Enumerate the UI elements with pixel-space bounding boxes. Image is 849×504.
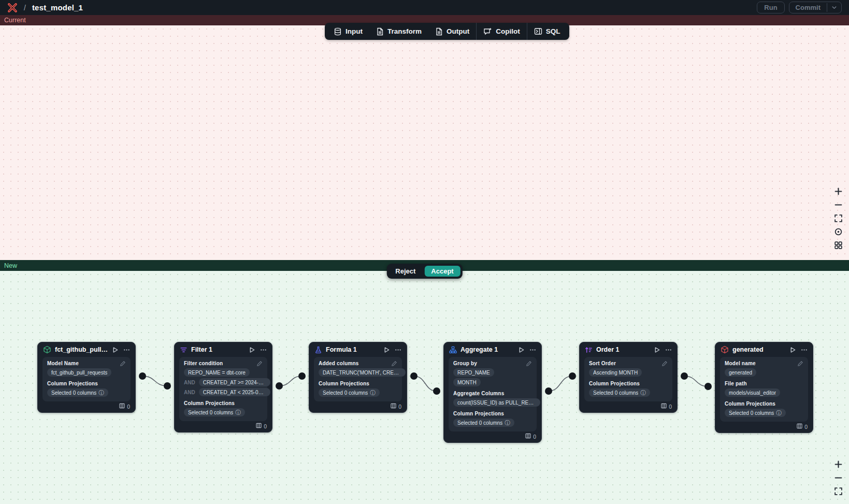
node-title: Order 1: [596, 346, 650, 353]
accept-button[interactable]: Accept: [424, 266, 460, 277]
column-projections-pill[interactable]: Selected 0 columnsⓘ: [184, 408, 245, 416]
toolbar-copilot-label: Copilot: [496, 27, 520, 35]
columns-icon: [797, 423, 802, 430]
fit-view-icon[interactable]: [832, 485, 844, 497]
play-icon[interactable]: [518, 347, 525, 353]
column-projections-pill[interactable]: Selected 0 columnsⓘ: [725, 409, 786, 417]
more-menu-icon[interactable]: [665, 347, 672, 353]
new-pane-label: New: [4, 262, 17, 269]
group-by-pill[interactable]: MONTH: [453, 378, 481, 386]
node-filter-1[interactable]: Filter 1 Filter condition REPO_NAME = db…: [174, 342, 272, 433]
current-pane-label: Current: [4, 17, 26, 24]
column-projections-pill[interactable]: Selected 0 columnsⓘ: [319, 388, 380, 397]
more-menu-icon[interactable]: [529, 347, 536, 353]
more-menu-icon[interactable]: [123, 347, 130, 353]
play-icon[interactable]: [383, 347, 390, 353]
column-projections-pill[interactable]: Selected 0 columnsⓘ: [589, 388, 650, 397]
filter-condition-pill[interactable]: CREATED_AT < 2025-03-01: [199, 388, 270, 396]
edit-icon[interactable]: [256, 361, 263, 367]
zoom-in-icon[interactable]: [832, 458, 844, 470]
current-canvas[interactable]: [0, 25, 849, 260]
columns-icon: [119, 403, 125, 410]
document-icon: [435, 27, 443, 36]
layout-grid-icon[interactable]: [832, 239, 844, 251]
chevron-down-icon[interactable]: [827, 3, 841, 12]
column-projections-pill[interactable]: Selected 0 columnsⓘ: [453, 419, 514, 427]
filter-condition-pill[interactable]: CREATED_AT >= 2024-12-01: [199, 378, 270, 386]
node-title: Formula 1: [326, 346, 380, 353]
zoom-out-icon[interactable]: [832, 472, 844, 484]
field-label: Aggregate Columns: [453, 391, 504, 397]
sort-order-pill[interactable]: Ascending MONTH: [589, 368, 642, 377]
sitemap-icon: [449, 346, 457, 354]
more-menu-icon[interactable]: [260, 347, 267, 353]
column-projections-pill[interactable]: Selected 0 columnsⓘ: [47, 388, 108, 397]
run-button[interactable]: Run: [757, 2, 784, 13]
reject-button[interactable]: Reject: [388, 266, 422, 277]
edit-icon[interactable]: [391, 361, 397, 367]
toolbar-input-button[interactable]: Input: [327, 23, 369, 40]
info-icon: ⓘ: [505, 420, 510, 426]
new-canvas-controls: [832, 458, 844, 497]
toolbar-sql-label: SQL: [546, 27, 560, 35]
toolbar-sql-button[interactable]: SQL: [527, 23, 567, 40]
commit-button[interactable]: Commit: [789, 2, 827, 13]
node-toolbar: Input Transform Output: [325, 23, 569, 40]
info-icon: ⓘ: [370, 390, 376, 396]
node-order-1[interactable]: Order 1 Sort Order Ascending MONTH Colum…: [579, 342, 678, 413]
aggregate-column-pill[interactable]: count(ISSUE_ID) as PULL_REQUEST_…: [453, 398, 540, 407]
filter-condition-pill[interactable]: REPO_NAME = dbt-core: [184, 368, 250, 377]
node-aggregate-1[interactable]: Aggregate 1 Group by REPO_NAME MONTH Agg…: [443, 342, 542, 443]
fit-view-icon[interactable]: [832, 212, 844, 224]
play-icon[interactable]: [654, 347, 660, 353]
commit-split-button[interactable]: Commit: [789, 2, 842, 13]
more-menu-icon[interactable]: [801, 347, 808, 353]
file-path-pill[interactable]: models/visual_editor: [725, 388, 780, 397]
play-icon[interactable]: [789, 347, 796, 353]
added-column-pill[interactable]: DATE_TRUNC('MONTH', CREATED_AT…: [319, 368, 406, 377]
edit-icon[interactable]: [526, 361, 532, 367]
toolbar-output-button[interactable]: Output: [428, 23, 476, 40]
model-name-pill[interactable]: generated: [725, 368, 756, 377]
more-menu-icon[interactable]: [395, 347, 401, 353]
value-pill[interactable]: fct_github_pull_requests: [47, 368, 111, 377]
row-count: 0: [127, 404, 130, 410]
row-count: 0: [669, 404, 672, 410]
flask-icon: [314, 346, 322, 354]
toolbar-copilot-button[interactable]: Copilot: [477, 23, 527, 40]
and-label: AND: [184, 380, 195, 385]
node-generated[interactable]: generated Model name generated File path…: [715, 342, 813, 433]
lock-icon[interactable]: [832, 226, 844, 238]
field-label: Column Projections: [319, 381, 369, 387]
document-icon: [376, 27, 384, 36]
node-title: Aggregate 1: [461, 346, 514, 353]
columns-icon: [256, 423, 262, 429]
zoom-in-icon[interactable]: [832, 185, 844, 197]
node-title: Filter 1: [191, 346, 245, 353]
row-count: 0: [264, 423, 267, 429]
breadcrumb-separator: /: [24, 4, 26, 12]
field-label: Model Name: [47, 361, 79, 367]
copilot-icon: [483, 27, 492, 36]
node-formula-1[interactable]: Formula 1 Added columns DATE_TRUNC('MONT…: [309, 342, 407, 413]
node-fct-github-pull-requests[interactable]: fct_github_pull_requests Model Name fct_…: [37, 342, 136, 413]
app-logo-icon[interactable]: [7, 3, 18, 13]
toolbar-output-label: Output: [447, 27, 469, 35]
field-label: Model name: [725, 361, 756, 367]
play-icon[interactable]: [249, 347, 255, 353]
top-bar: / test_model_1 Run Commit: [0, 0, 849, 15]
page-title: test_model_1: [32, 3, 83, 12]
edit-icon[interactable]: [797, 361, 803, 367]
row-count: 0: [804, 424, 808, 430]
field-label: Group by: [453, 361, 477, 367]
field-label: Sort Order: [589, 361, 616, 367]
edit-icon[interactable]: [661, 361, 668, 367]
cube-icon: [43, 345, 51, 354]
group-by-pill[interactable]: REPO_NAME: [453, 368, 494, 377]
zoom-out-icon[interactable]: [832, 199, 844, 211]
current-canvas-controls: [832, 185, 844, 251]
edit-icon[interactable]: [120, 361, 126, 367]
toolbar-input-label: Input: [346, 27, 363, 35]
toolbar-transform-button[interactable]: Transform: [369, 23, 428, 40]
play-icon[interactable]: [112, 347, 119, 353]
